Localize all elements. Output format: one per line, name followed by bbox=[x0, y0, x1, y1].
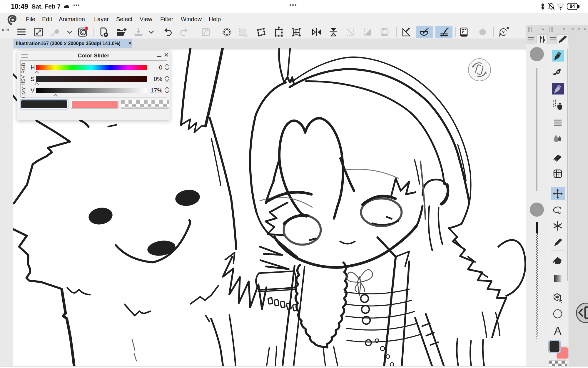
svg-text:?: ? bbox=[502, 30, 505, 35]
svg-text:A: A bbox=[554, 325, 562, 337]
